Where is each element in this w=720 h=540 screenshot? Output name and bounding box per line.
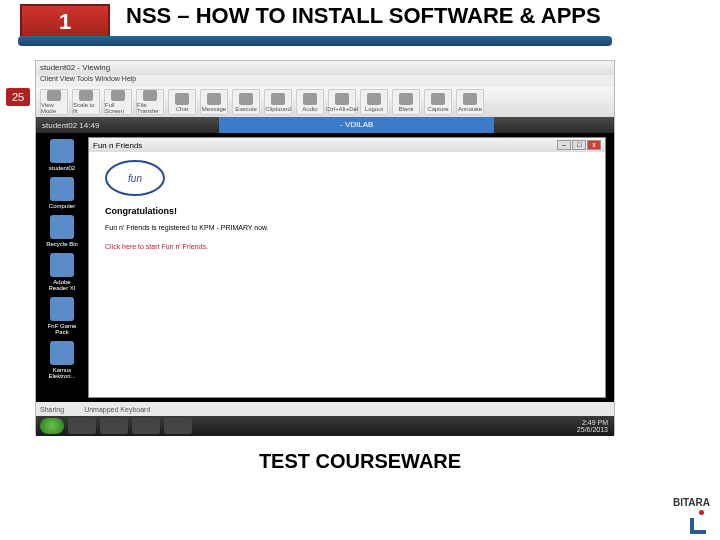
brand-footer: BITARA <box>673 497 710 534</box>
slide-number: 1 <box>59 9 71 35</box>
start-button[interactable] <box>40 418 64 434</box>
toolbar-chat[interactable]: Chat <box>168 89 196 115</box>
toolbar-clipboard[interactable]: Clipboard <box>264 89 292 115</box>
minimize-button[interactable]: – <box>557 140 571 150</box>
dialog-heading: Congratulations! <box>105 206 589 216</box>
toolbar-audio[interactable]: Audio <box>296 89 324 115</box>
status-sharing: Sharing <box>40 406 64 413</box>
app-dialog-window: Fun n Friends – □ x fun Congratulations!… <box>88 137 606 398</box>
status-keyboard: Unmapped Keyboard <box>84 406 150 413</box>
close-button[interactable]: x <box>587 140 601 150</box>
desktop-icon[interactable]: Computer <box>44 177 80 209</box>
toolbar-logout[interactable]: Logout <box>360 89 388 115</box>
taskbar-item[interactable] <box>164 418 192 434</box>
taskbar-item[interactable] <box>100 418 128 434</box>
dialog-body: fun Congratulations! Fun n' Friends is r… <box>89 152 605 397</box>
viewer-menubar[interactable]: Client View Tools Window Help <box>36 75 614 87</box>
dialog-title: Fun n Friends <box>93 141 142 150</box>
toolbar-blank[interactable]: Blank <box>392 89 420 115</box>
desktop-icon[interactable]: Adobe Reader XI <box>44 253 80 291</box>
remote-titlebar: student02 14:49 - VDILAB <box>36 117 614 133</box>
desktop-icon[interactable]: student02 <box>44 139 80 171</box>
taskbar-item[interactable] <box>132 418 160 434</box>
remote-title-left: student02 14:49 <box>36 121 99 130</box>
start-link[interactable]: Click here to start Fun n' Friends. <box>105 243 589 250</box>
remote-desktop-viewport: student02 14:49 - VDILAB student02Comput… <box>36 117 614 402</box>
viewer-statusbar: Sharing Unmapped Keyboard <box>36 402 614 416</box>
title-underline <box>18 36 612 46</box>
dialog-titlebar: Fun n Friends – □ x <box>89 138 605 152</box>
toolbar-file-transfer[interactable]: File Transfer <box>136 89 164 115</box>
taskbar-item[interactable] <box>68 418 96 434</box>
brand-name: BITARA <box>673 497 710 508</box>
desktop-icons: student02ComputerRecycle BinAdobe Reader… <box>36 133 88 402</box>
app-logo: fun <box>105 160 165 196</box>
desktop-icon[interactable]: Kamus Elektron... <box>44 341 80 379</box>
toolbar-scale-to-fit[interactable]: Scale to fit <box>72 89 100 115</box>
toolbar-view-mode[interactable]: View Mode <box>40 89 68 115</box>
toolbar-full-screen[interactable]: Full Screen <box>104 89 132 115</box>
taskbar-clock: 2:49 PM 25/6/2013 <box>577 419 610 433</box>
toolbar-annotate[interactable]: Annotate <box>456 89 484 115</box>
slide-header: 1 NSS – HOW TO INSTALL SOFTWARE & APPS <box>0 0 720 56</box>
toolbar-ctrl-alt-del[interactable]: Ctrl+Alt+Del <box>328 89 356 115</box>
slide-caption: TEST COURSEWARE <box>0 450 720 473</box>
remote-title-mid: - VDILAB <box>219 117 494 133</box>
maximize-button[interactable]: □ <box>572 140 586 150</box>
brand-logo-icon <box>686 510 710 534</box>
page-number-badge: 25 <box>6 88 30 106</box>
viewer-toolbar: View ModeScale to fitFull ScreenFile Tra… <box>36 87 614 117</box>
toolbar-message[interactable]: Message <box>200 89 228 115</box>
toolbar-execute[interactable]: Execute <box>232 89 260 115</box>
window-controls: – □ x <box>557 140 601 150</box>
slide-number-box: 1 <box>20 4 110 40</box>
desktop-icon[interactable]: Recycle Bin <box>44 215 80 247</box>
remote-taskbar: 2:49 PM 25/6/2013 <box>36 416 614 436</box>
toolbar-capture[interactable]: Capture <box>424 89 452 115</box>
remote-viewer-window: student02 - Viewing Client View Tools Wi… <box>35 60 615 435</box>
dialog-message: Fun n' Friends is registered to KPM - PR… <box>105 224 589 231</box>
slide-title: NSS – HOW TO INSTALL SOFTWARE & APPS <box>126 4 601 28</box>
viewer-titlebar: student02 - Viewing <box>36 61 614 75</box>
desktop-icon[interactable]: FnF Game Pack <box>44 297 80 335</box>
